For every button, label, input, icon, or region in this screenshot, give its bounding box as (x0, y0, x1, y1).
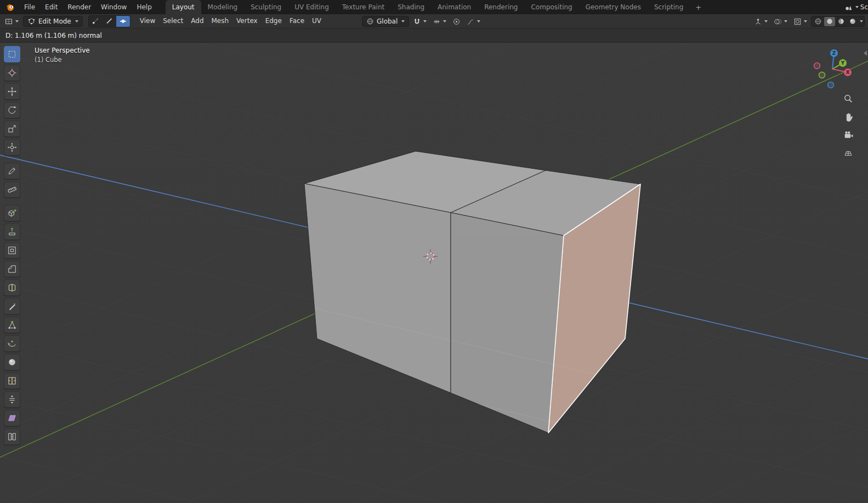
workspace-tab-texture-paint[interactable]: Texture Paint (336, 0, 391, 14)
face-select-button[interactable] (116, 16, 130, 27)
wireframe-sphere-icon (814, 18, 822, 25)
knife-icon (7, 301, 17, 311)
workspace-tab-compositing[interactable]: Compositing (524, 0, 578, 14)
scale-icon (7, 124, 17, 134)
menu-window[interactable]: Window (96, 0, 132, 14)
tool-rip-region[interactable] (4, 428, 20, 445)
shading-caret (860, 20, 863, 22)
workspace-tab-uv-editing[interactable]: UV Editing (288, 0, 336, 14)
cursor-icon (7, 68, 17, 78)
snap-toggle-button[interactable] (411, 15, 429, 27)
show-overlays-caret (784, 20, 787, 22)
gizmo-z-negative[interactable] (828, 82, 834, 88)
tool-shrink-fatten[interactable] (4, 391, 20, 408)
viewport-menu-mesh[interactable]: Mesh (208, 14, 233, 28)
modal-operator-status: D: 1.106 m (1.106 m) normal (0, 32, 102, 39)
menu-file[interactable]: File (19, 0, 40, 14)
viewport-menu-add[interactable]: Add (187, 14, 207, 28)
edit-mode-icon (27, 17, 36, 25)
workspace-tab-sculpting[interactable]: Sculpting (244, 0, 288, 14)
mode-dropdown[interactable]: Edit Mode (23, 16, 83, 27)
loop-cut-icon (7, 283, 17, 293)
blender-logo-icon[interactable] (0, 0, 19, 14)
tool-annotate[interactable] (4, 163, 20, 179)
camera-view-button[interactable] (841, 128, 855, 142)
sidebar-toggle-arrow[interactable] (864, 50, 867, 56)
vertex-select-button[interactable] (89, 16, 103, 27)
workspace-tab-rendering[interactable]: Rendering (478, 0, 524, 14)
xray-toggle-button[interactable] (791, 15, 809, 27)
add-workspace-button[interactable]: + (690, 0, 707, 14)
workspace-tab-geometry-nodes[interactable]: Geometry Nodes (579, 0, 648, 14)
tool-bevel[interactable] (4, 261, 20, 277)
overlays-icon (774, 18, 782, 26)
workspace-tab-animation[interactable]: Animation (431, 0, 478, 14)
select-box-icon (7, 49, 17, 59)
viewport-menu-uv[interactable]: UV (308, 14, 325, 28)
menu-edit[interactable]: Edit (40, 0, 63, 14)
rendered-sphere-icon (849, 18, 856, 25)
viewport-menu-face[interactable]: Face (286, 14, 308, 28)
viewport-header-left: Edit Mode (0, 14, 325, 28)
show-gizmo-caret (764, 20, 768, 22)
tool-transform[interactable] (4, 139, 20, 156)
tool-measure[interactable] (4, 181, 20, 198)
zoom-button[interactable] (841, 92, 855, 106)
tool-select-box[interactable] (4, 46, 20, 62)
scene-selector[interactable]: Sc (840, 0, 868, 14)
tool-edge-slide[interactable] (4, 373, 20, 389)
gizmo-x-negative[interactable] (814, 63, 820, 69)
cube-mesh[interactable] (304, 151, 640, 433)
show-overlays-dropdown[interactable] (771, 15, 790, 27)
tool-poly-build[interactable] (4, 317, 20, 333)
shading-rendered-button[interactable] (847, 17, 858, 26)
viewport-menu-edge[interactable]: Edge (262, 14, 286, 28)
tool-smooth[interactable] (4, 354, 20, 370)
scene-canvas[interactable] (0, 43, 868, 503)
workspace-tab-shading[interactable]: Shading (391, 0, 431, 14)
workspace-tab-modeling[interactable]: Modeling (201, 0, 245, 14)
viewport-display-cluster (752, 15, 865, 27)
tool-inset-faces[interactable] (4, 242, 20, 259)
tool-cursor[interactable] (4, 65, 20, 81)
viewport-menu-vertex[interactable]: Vertex (232, 14, 262, 28)
editor-type-dropdown[interactable] (2, 15, 21, 27)
topbar: FileEditRenderWindowHelp LayoutModelingS… (0, 0, 868, 14)
tool-add-cube[interactable] (4, 205, 20, 221)
menu-help[interactable]: Help (132, 0, 156, 14)
mode-caret (75, 20, 78, 22)
edge-select-button[interactable] (103, 16, 116, 27)
hand-icon (843, 112, 853, 122)
viewport-3d[interactable]: User Perspective (1) Cube Z Y X (0, 43, 868, 503)
tool-shear[interactable] (4, 410, 20, 426)
projection-toggle-button[interactable] (841, 146, 855, 160)
tool-loop-cut[interactable] (4, 279, 20, 296)
show-gizmo-dropdown[interactable] (752, 15, 770, 27)
workspace-tab-layout[interactable]: Layout (166, 0, 201, 14)
transform-orientation-dropdown[interactable]: Global (362, 16, 409, 27)
tool-rotate[interactable] (4, 102, 20, 118)
pan-button[interactable] (841, 110, 855, 124)
tool-knife[interactable] (4, 298, 20, 315)
proportional-editing-toggle[interactable] (450, 15, 463, 27)
shading-material-button[interactable] (836, 17, 847, 26)
workspace-tab-scripting[interactable]: Scripting (648, 0, 690, 14)
transform-icon (7, 142, 17, 152)
tool-move[interactable] (4, 83, 20, 100)
snap-settings-dropdown[interactable] (430, 15, 449, 27)
cube-front-right-face[interactable] (451, 213, 564, 433)
menu-render[interactable]: Render (63, 0, 96, 14)
tool-extrude-region[interactable] (4, 224, 20, 240)
viewport-menu-select[interactable]: Select (159, 14, 187, 28)
viewport-menu-view[interactable]: View (136, 14, 159, 28)
add-cube-icon (7, 208, 17, 218)
tool-spin[interactable] (4, 335, 20, 352)
editor-type-caret (15, 20, 19, 22)
shading-solid-button[interactable] (824, 17, 835, 26)
tool-scale[interactable] (4, 121, 20, 137)
navigation-gizmo[interactable]: Z Y X (812, 47, 853, 91)
mode-label: Edit Mode (38, 18, 71, 25)
gizmo-y-negative[interactable] (819, 72, 825, 78)
proportional-falloff-dropdown[interactable] (464, 15, 483, 27)
shading-wireframe-button[interactable] (813, 17, 824, 26)
